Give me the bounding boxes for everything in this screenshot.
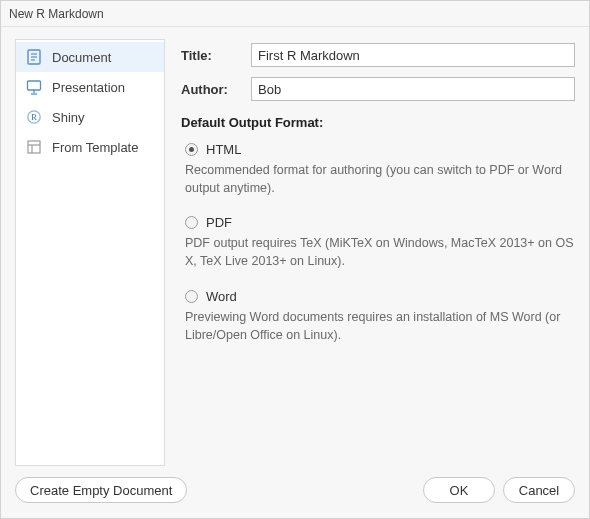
button-label: Cancel	[519, 483, 559, 498]
button-label: OK	[450, 483, 469, 498]
radio-description: Recommended format for authoring (you ca…	[185, 161, 575, 197]
sidebar-item-shiny[interactable]: R Shiny	[16, 102, 164, 132]
radio-button-icon	[185, 216, 198, 229]
create-empty-document-button[interactable]: Create Empty Document	[15, 477, 187, 503]
radio-description: PDF output requires TeX (MiKTeX on Windo…	[185, 234, 575, 270]
author-row: Author:	[181, 77, 575, 101]
radio-button-icon	[185, 143, 198, 156]
radio-word[interactable]: Word	[185, 289, 575, 304]
template-icon	[26, 139, 42, 155]
dialog-content: Document Presentation R	[1, 27, 589, 472]
author-input[interactable]	[251, 77, 575, 101]
dialog-window: New R Markdown Document	[0, 0, 590, 519]
sidebar-item-document[interactable]: Document	[16, 42, 164, 72]
svg-rect-9	[28, 141, 40, 153]
sidebar-item-label: Presentation	[52, 80, 125, 95]
window-title: New R Markdown	[9, 7, 104, 21]
sidebar-item-label: Document	[52, 50, 111, 65]
radio-pdf[interactable]: PDF	[185, 215, 575, 230]
title-row: Title:	[181, 43, 575, 67]
radio-description: Previewing Word documents requires an in…	[185, 308, 575, 344]
sidebar-item-presentation[interactable]: Presentation	[16, 72, 164, 102]
presentation-icon	[26, 79, 42, 95]
author-label: Author:	[181, 82, 251, 97]
sidebar: Document Presentation R	[15, 39, 165, 466]
output-format-heading: Default Output Format:	[181, 115, 575, 130]
output-option-pdf: PDF PDF output requires TeX (MiKTeX on W…	[181, 215, 575, 270]
radio-label: HTML	[206, 142, 241, 157]
title-label: Title:	[181, 48, 251, 63]
title-input[interactable]	[251, 43, 575, 67]
output-option-html: HTML Recommended format for authoring (y…	[181, 142, 575, 197]
sidebar-item-from-template[interactable]: From Template	[16, 132, 164, 162]
svg-text:R: R	[31, 112, 37, 122]
cancel-button[interactable]: Cancel	[503, 477, 575, 503]
sidebar-item-label: From Template	[52, 140, 138, 155]
dialog-footer: Create Empty Document OK Cancel	[1, 472, 589, 518]
sidebar-item-label: Shiny	[52, 110, 85, 125]
main-panel: Title: Author: Default Output Format: HT…	[181, 39, 575, 466]
radio-label: Word	[206, 289, 237, 304]
radio-html[interactable]: HTML	[185, 142, 575, 157]
document-icon	[26, 49, 42, 65]
shiny-icon: R	[26, 109, 42, 125]
ok-button[interactable]: OK	[423, 477, 495, 503]
button-label: Create Empty Document	[30, 483, 172, 498]
svg-rect-4	[28, 81, 41, 90]
radio-button-icon	[185, 290, 198, 303]
output-option-word: Word Previewing Word documents requires …	[181, 289, 575, 344]
radio-label: PDF	[206, 215, 232, 230]
window-titlebar: New R Markdown	[1, 1, 589, 27]
